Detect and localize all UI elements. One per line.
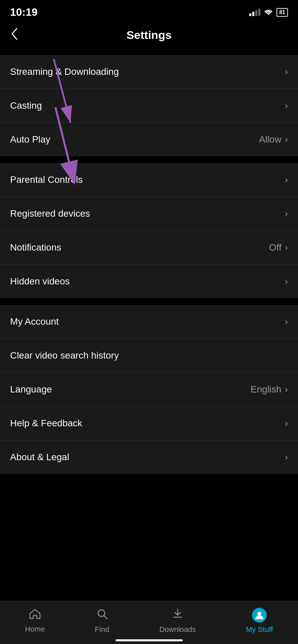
item-label: My Account (10, 316, 59, 327)
section-account: Parental Controls › Registered devices ›… (0, 163, 298, 298)
chevron-icon: › (285, 316, 288, 327)
item-label: Hidden videos (10, 276, 70, 287)
item-label: Parental Controls (10, 174, 83, 185)
nav-label-find: Find (95, 625, 109, 634)
item-right: › (285, 100, 288, 111)
settings-item-clear-history[interactable]: Clear video search history (0, 339, 298, 373)
settings-item-about[interactable]: About & Legal › (0, 440, 298, 474)
settings-item-notifications[interactable]: Notifications Off › (0, 231, 298, 265)
section-more: My Account › Clear video search history … (0, 305, 298, 474)
item-right: › (285, 316, 288, 327)
item-right: › (285, 276, 288, 287)
item-label: Clear video search history (10, 350, 119, 361)
chevron-icon: › (285, 134, 288, 145)
chevron-icon: › (285, 208, 288, 219)
chevron-icon: › (285, 418, 288, 429)
item-label: About & Legal (10, 452, 69, 463)
item-label: Notifications (10, 242, 61, 253)
bottom-nav: Home Find Downloads My Stuff (0, 601, 298, 644)
settings-item-casting[interactable]: Casting › (0, 89, 298, 123)
settings-item-my-account[interactable]: My Account › (0, 305, 298, 339)
settings-item-autoplay[interactable]: Auto Play Allow › (0, 123, 298, 156)
home-indicator (116, 639, 183, 641)
item-right: Allow › (259, 134, 288, 145)
settings-item-help[interactable]: Help & Feedback › (0, 407, 298, 440)
item-right: Off › (269, 242, 288, 253)
item-label: Casting (10, 100, 42, 111)
status-icons: 81 (249, 8, 288, 17)
section-playback: Streaming & Downloading › Casting › Auto… (0, 55, 298, 156)
chevron-icon: › (285, 242, 288, 253)
nav-label-home: Home (25, 625, 45, 634)
item-right: › (285, 66, 288, 77)
item-label: Streaming & Downloading (10, 66, 119, 77)
item-right: › (285, 418, 288, 429)
item-label: Help & Feedback (10, 418, 82, 429)
svg-line-5 (104, 615, 107, 619)
item-right: › (285, 452, 288, 463)
status-bar: 10:19 81 (0, 0, 298, 22)
nav-item-home[interactable]: Home (25, 608, 45, 634)
page-title: Settings (126, 29, 171, 42)
chevron-icon: › (285, 100, 288, 111)
battery-icon: 81 (276, 8, 288, 17)
item-label: Auto Play (10, 134, 50, 145)
settings-item-streaming-downloading[interactable]: Streaming & Downloading › (0, 55, 298, 89)
settings-item-language[interactable]: Language English › (0, 373, 298, 407)
nav-item-my-stuff[interactable]: My Stuff (246, 608, 273, 634)
language-value: English (251, 384, 282, 395)
item-right: › (285, 208, 288, 219)
autoplay-value: Allow (259, 134, 282, 145)
back-button[interactable] (10, 27, 18, 43)
nav-item-find[interactable]: Find (95, 608, 109, 634)
settings-item-hidden-videos[interactable]: Hidden videos › (0, 265, 298, 298)
nav-label-downloads: Downloads (159, 625, 196, 634)
nav-item-downloads[interactable]: Downloads (159, 608, 196, 634)
status-time: 10:19 (10, 6, 38, 18)
svg-point-6 (257, 612, 261, 616)
downloads-icon (172, 608, 184, 623)
home-icon (29, 608, 41, 622)
wifi-icon (264, 8, 273, 17)
find-icon (96, 608, 108, 623)
nav-label-my-stuff: My Stuff (246, 625, 273, 634)
item-label: Language (10, 384, 52, 395)
content: Streaming & Downloading › Casting › Auto… (0, 48, 298, 534)
settings-item-parental-controls[interactable]: Parental Controls › (0, 163, 298, 197)
header: Settings (0, 22, 298, 48)
chevron-icon: › (285, 174, 288, 185)
chevron-icon: › (285, 66, 288, 77)
settings-item-registered-devices[interactable]: Registered devices › (0, 197, 298, 231)
chevron-icon: › (285, 452, 288, 463)
item-label: Registered devices (10, 208, 90, 219)
my-stuff-avatar (252, 608, 267, 623)
chevron-icon: › (285, 384, 288, 395)
item-right: › (285, 174, 288, 185)
notifications-value: Off (269, 242, 282, 253)
item-right: English › (251, 384, 288, 395)
signal-icon (249, 9, 260, 16)
chevron-icon: › (285, 276, 288, 287)
